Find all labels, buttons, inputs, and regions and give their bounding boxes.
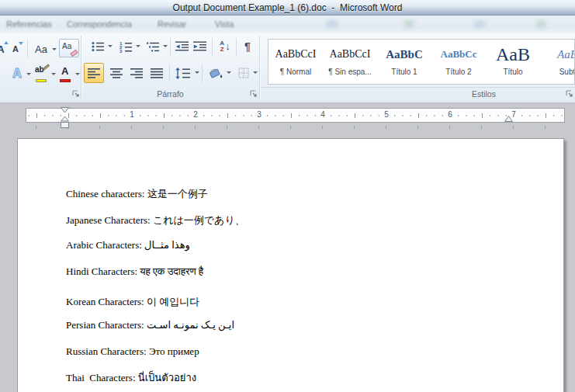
- doc-line-korean: Korean Characters: 이 예입니다: [66, 295, 199, 309]
- highlight-dropdown-arrow[interactable]: [51, 73, 56, 75]
- line-spacing-button[interactable]: [174, 63, 192, 83]
- doc-line-arabic: Arabic Characters: وهذا مثــال: [66, 239, 190, 252]
- align-center-icon: [110, 68, 123, 78]
- ruler-number: 6: [445, 110, 455, 119]
- ruler-subticks: [26, 126, 565, 129]
- justify-icon: [151, 68, 164, 78]
- blurred-ribbon-ghost: [535, 20, 546, 28]
- horizontal-ruler[interactable]: 1 2 3 4 5 6 7: [26, 108, 565, 123]
- text-effects-dropdown-arrow[interactable]: [26, 73, 31, 75]
- paint-bucket-icon: [208, 67, 224, 79]
- shading-dropdown-arrow[interactable]: [227, 71, 231, 74]
- bullets-dropdown-arrow[interactable]: [108, 45, 113, 47]
- numbered-list-icon: 123: [120, 41, 133, 53]
- show-paragraph-marks-button[interactable]: ¶: [241, 38, 255, 55]
- highlight-color-button[interactable]: ab: [34, 64, 50, 83]
- window-title: Output Document Example_1 (6).doc - Micr…: [173, 1, 403, 16]
- line-spacing-dropdown-arrow[interactable]: [195, 71, 199, 74]
- bullet-list-icon: [92, 41, 105, 52]
- styles-group-label: Estilos: [472, 89, 496, 99]
- numbering-dropdown-arrow[interactable]: [136, 45, 140, 47]
- indent-markers[interactable]: [61, 107, 69, 129]
- right-indent-marker[interactable]: [504, 116, 513, 123]
- multilevel-list-button[interactable]: [145, 40, 161, 54]
- shrink-font-button[interactable]: A: [9, 41, 22, 57]
- word-window: Output Document Example_1 (6).doc - Micr…: [0, 0, 575, 392]
- change-case-dropdown-arrow[interactable]: [52, 48, 57, 50]
- ruler-number: 2: [191, 110, 200, 119]
- ruler-number: 4: [318, 110, 327, 119]
- style-subtitulo[interactable]: AaB Subt: [542, 40, 575, 84]
- caret-up-icon: [4, 41, 9, 44]
- svg-text:3: 3: [120, 49, 123, 53]
- hanging-indent-marker: [61, 116, 69, 121]
- paragraph-group: 123: [81, 33, 259, 102]
- ruler-number: 1: [127, 110, 137, 119]
- bullets-button[interactable]: [90, 40, 106, 54]
- ruler-number: 3: [255, 110, 264, 119]
- styles-dialog-launcher[interactable]: [565, 89, 574, 99]
- left-indent-marker: [61, 123, 69, 128]
- ribbon-tab-row: Referencias Correspondencia Revisar Vist…: [0, 16, 575, 33]
- tab-vista[interactable]: Vista: [215, 19, 234, 29]
- style-sin-espaciado[interactable]: AaBbCcI ¶ Sin espa...: [324, 40, 376, 84]
- borders-button[interactable]: [235, 63, 252, 83]
- shading-button[interactable]: [206, 63, 225, 83]
- line-spacing-icon: [175, 68, 191, 79]
- style-titulo-2[interactable]: AaBbCc Título 2: [433, 40, 484, 84]
- tab-revisar[interactable]: Revisar: [158, 19, 186, 29]
- align-right-button[interactable]: [127, 63, 146, 83]
- font-group: A A Aa Aa A ab: [0, 33, 81, 102]
- increase-indent-icon: [193, 41, 207, 52]
- document-canvas: 1 2 3 4 5 6 7 Chinese characters: 这是一个例子…: [0, 104, 575, 392]
- document-page[interactable]: Chinese characters: 这是一个例子 Japanese Char…: [17, 138, 564, 392]
- clear-formatting-button[interactable]: Aa: [59, 39, 79, 57]
- doc-line-japanese: Japanese Characters: これは一例であり、: [66, 213, 245, 227]
- tab-correspondencia[interactable]: Correspondencia: [67, 19, 132, 29]
- paragraph-dialog-launcher[interactable]: [249, 89, 258, 99]
- decrease-indent-button[interactable]: [175, 40, 190, 54]
- borders-grid-icon: [238, 68, 250, 78]
- font-dialog-launcher[interactable]: [71, 89, 81, 99]
- doc-line-hindi: Hindi Characters: यह एक उदाहरण है: [66, 265, 203, 278]
- arrow-down-icon: ↓: [225, 41, 230, 52]
- doc-line-chinese: Chinese characters: 这是一个例子: [66, 187, 208, 201]
- doc-line-thai: Thai Characters: นี่เป็นตัวอย่าง: [66, 369, 196, 386]
- numbering-button[interactable]: 123: [118, 40, 133, 54]
- ribbon: A A Aa Aa A ab: [0, 33, 575, 103]
- styles-gallery: AaBbCcI ¶ Normal AaBbCcI ¶ Sin espa... A…: [268, 39, 575, 85]
- font-color-dropdown-arrow[interactable]: [75, 73, 80, 75]
- style-titulo-1[interactable]: AaBbC Título 1: [379, 40, 430, 84]
- font-color-button[interactable]: A: [58, 64, 74, 83]
- doc-line-persian: Persian Characters: ایـن یـک نمونـه اسـت: [66, 319, 234, 331]
- highlight-yellow-bar: [36, 79, 47, 82]
- align-right-icon: [130, 68, 144, 78]
- style-normal[interactable]: AaBbCcI ¶ Normal: [270, 40, 321, 84]
- decrease-indent-icon: [175, 41, 189, 52]
- tab-referencias[interactable]: Referencias: [6, 19, 52, 29]
- sort-button[interactable]: A Z ↓: [216, 38, 234, 55]
- doc-line-russian: Russian Characters: Это пример: [66, 345, 199, 358]
- blurred-ribbon-ghost: [326, 20, 338, 28]
- justify-button[interactable]: [147, 63, 166, 83]
- paragraph-group-label: Párrafo: [81, 89, 259, 99]
- align-left-button[interactable]: [84, 63, 104, 83]
- grow-font-button[interactable]: A: [0, 40, 7, 57]
- styles-group: AaBbCcI ¶ Normal AaBbCcI ¶ Sin espa... A…: [260, 33, 575, 102]
- first-line-indent-marker: [61, 108, 69, 113]
- align-center-button[interactable]: [107, 63, 126, 83]
- eraser-icon: [70, 50, 78, 57]
- borders-dropdown-arrow[interactable]: [253, 71, 258, 74]
- align-left-icon: [88, 68, 101, 78]
- change-case-button[interactable]: Aa: [33, 40, 50, 57]
- caret-down-icon: [19, 42, 23, 45]
- multilevel-list-icon: [147, 41, 160, 53]
- title-bar: Output Document Example_1 (6).doc - Micr…: [0, 0, 575, 16]
- style-titulo[interactable]: AaB Título: [487, 40, 539, 84]
- blurred-ribbon-ghost: [404, 20, 414, 28]
- font-color-red-bar: [60, 79, 71, 82]
- text-effects-button[interactable]: A: [9, 64, 25, 83]
- multilevel-dropdown-arrow[interactable]: [163, 45, 168, 47]
- increase-indent-button[interactable]: [192, 40, 208, 54]
- blurred-ribbon-ghost: [473, 20, 486, 28]
